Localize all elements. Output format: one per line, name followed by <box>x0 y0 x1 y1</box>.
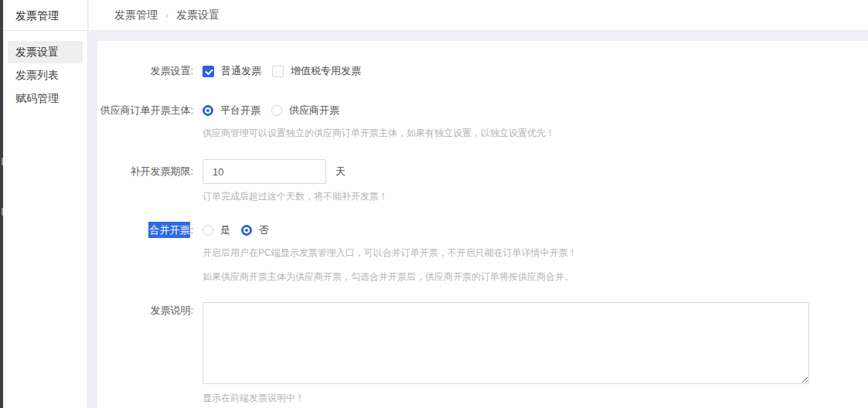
supplier-subject-help: 供应商管理可以设置独立的供应商订单开票主体，如果有独立设置，以独立设置优先！ <box>203 126 555 140</box>
checkbox-label: 增值税专用发票 <box>291 64 361 78</box>
sidebar-item-code-management[interactable]: 赋码管理 <box>8 87 83 110</box>
breadcrumb-item-invoice-management[interactable]: 发票管理 <box>114 8 158 22</box>
chevron-right-icon: › <box>165 10 168 21</box>
breadcrumb-item-invoice-settings: 发票设置 <box>176 8 220 22</box>
checkbox-option-vat-invoice[interactable]: 增值税专用发票 <box>272 64 361 78</box>
reissue-days-row: 补开发票期限: 天 订单完成后超过这个天数，将不能补开发票！ <box>97 159 868 203</box>
sidebar-item-invoice-list[interactable]: 发票列表 <box>8 64 83 87</box>
sidebar: 发票管理 发票设置 发票列表 赋码管理 <box>3 0 88 408</box>
radio-option-supplier-invoicing[interactable]: 供应商开票 <box>271 104 339 117</box>
checkbox-option-ordinary-invoice[interactable]: 普通发票 <box>203 64 261 78</box>
sidebar-item-invoice-settings[interactable]: 发票设置 <box>8 41 83 63</box>
radio-label: 否 <box>259 223 269 237</box>
invoice-note-label: 发票说明: <box>97 302 193 319</box>
merge-invoice-help-1: 开启后用户在PC端显示发票管理入口，可以合并订单开票，不开启只能在订单详情中开票… <box>203 246 577 260</box>
radio-option-merge-no[interactable]: 否 <box>241 223 269 237</box>
supplier-subject-label: 供应商订单开票主体: <box>97 102 193 119</box>
radio-label: 是 <box>220 223 230 237</box>
radio-icon[interactable] <box>241 225 252 236</box>
invoice-note-row: 发票说明: 显示在前端发票说明中！ <box>97 302 868 405</box>
collapsed-edge-strip <box>0 0 3 408</box>
merge-invoice-help-2: 如果供应商开票主体为供应商开票，勾选合并开票后，供应商开票的订单将按供应商合并。 <box>203 270 577 284</box>
sidebar-title: 发票管理 <box>3 0 87 31</box>
edge-notch <box>2 208 3 216</box>
checkbox-icon[interactable] <box>203 66 214 77</box>
reissue-days-input[interactable] <box>203 159 326 184</box>
radio-label: 供应商开票 <box>289 104 339 117</box>
invoice-types-label: 发票设置: <box>97 63 193 80</box>
radio-icon[interactable] <box>271 105 282 116</box>
radio-icon[interactable] <box>203 105 213 116</box>
settings-card: 发票设置: 普通发票 增值税专用发票 供应商订单开票主体: 平台开票 <box>97 41 868 408</box>
radio-option-merge-yes[interactable]: 是 <box>203 223 230 237</box>
supplier-subject-row: 供应商订单开票主体: 平台开票 供应商开票 供应商管理可以设置独立的供应商订单开… <box>97 102 868 140</box>
invoice-note-help: 显示在前端发票说明中！ <box>203 391 809 405</box>
merge-invoice-row: 合并开票: 是 否 开启后用户在PC端显示发票管理入口，可以合并订单开票，不开启… <box>97 222 868 284</box>
reissue-days-help: 订单完成后超过这个天数，将不能补开发票！ <box>203 189 388 203</box>
checkbox-label: 普通发票 <box>221 64 261 78</box>
selected-text-highlight: 合并开票 <box>148 222 190 238</box>
merge-invoice-label: 合并开票: <box>97 222 193 239</box>
radio-icon[interactable] <box>203 225 213 236</box>
sidebar-menu: 发票设置 发票列表 赋码管理 <box>3 31 87 110</box>
reissue-days-unit: 天 <box>335 165 345 178</box>
invoice-types-row: 发票设置: 普通发票 增值税专用发票 <box>97 63 868 80</box>
checkbox-icon[interactable] <box>272 66 284 77</box>
breadcrumb: 发票管理 › 发票设置 <box>89 0 868 31</box>
invoice-note-textarea[interactable] <box>203 302 809 384</box>
reissue-days-label: 补开发票期限: <box>97 159 193 184</box>
edge-notch <box>2 158 3 165</box>
radio-label: 平台开票 <box>220 104 260 117</box>
radio-option-platform-invoicing[interactable]: 平台开票 <box>203 104 260 117</box>
